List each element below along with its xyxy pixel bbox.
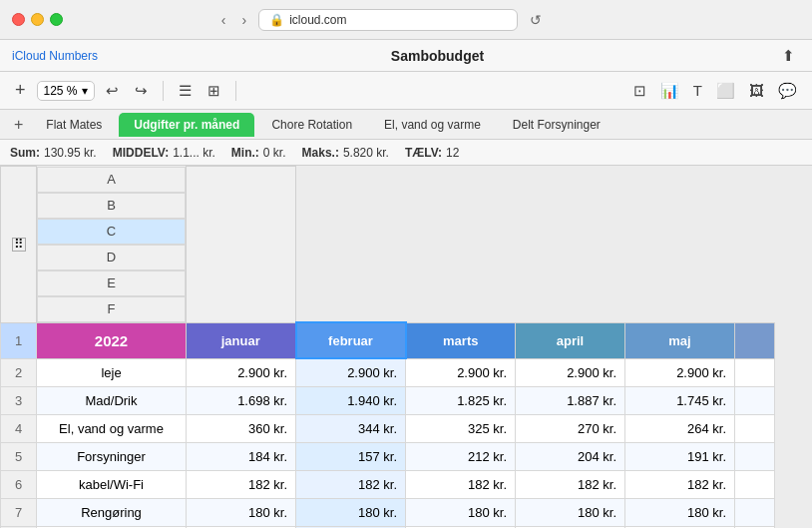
- undo-button[interactable]: ↩: [101, 78, 124, 104]
- cell-e2[interactable]: 2.900 kr.: [516, 358, 625, 386]
- cell-a2[interactable]: leje: [37, 358, 187, 386]
- cell-b5[interactable]: 184 kr.: [187, 442, 296, 470]
- min-value: 0 kr.: [263, 146, 286, 160]
- list-icon[interactable]: ☰: [174, 78, 197, 104]
- corner-cell: ⠿: [1, 167, 37, 323]
- cell-e7[interactable]: 180 kr.: [516, 498, 625, 526]
- cell-d4[interactable]: 325 kr.: [406, 414, 516, 442]
- row-num-6[interactable]: 6: [1, 470, 37, 498]
- formula-bar: Sum: 130.95 kr. MIDDELV: 1.1... kr. Min.…: [0, 140, 812, 166]
- add-button[interactable]: +: [10, 76, 31, 105]
- cell-d2[interactable]: 2.900 kr.: [406, 358, 516, 386]
- cell-f1[interactable]: maj: [625, 322, 735, 358]
- cell-b7[interactable]: 180 kr.: [187, 498, 296, 526]
- col-header-c[interactable]: C: [37, 219, 186, 245]
- cell-g3: [735, 386, 775, 414]
- close-button[interactable]: [12, 13, 25, 26]
- table-tool-icon[interactable]: ⊡: [628, 78, 651, 104]
- avg-value: 1.1... kr.: [173, 146, 215, 160]
- cell-e3[interactable]: 1.887 kr.: [516, 386, 625, 414]
- tab-el-vand[interactable]: El, vand og varme: [369, 113, 496, 137]
- cell-a7[interactable]: Rengøring: [37, 498, 187, 526]
- row-num-4[interactable]: 4: [1, 414, 37, 442]
- row-num-1[interactable]: 1: [1, 322, 37, 358]
- forward-button[interactable]: ›: [238, 10, 251, 30]
- col-header-d[interactable]: D: [37, 245, 186, 270]
- cell-b2[interactable]: 2.900 kr.: [187, 358, 296, 386]
- reload-button[interactable]: ↺: [526, 10, 546, 30]
- cell-g7: [735, 498, 775, 526]
- table-row: 2 leje 2.900 kr. 2.900 kr. 2.900 kr. 2.9…: [1, 358, 775, 386]
- cell-d3[interactable]: 1.825 kr.: [406, 386, 516, 414]
- cell-c5[interactable]: 157 kr.: [296, 442, 406, 470]
- cell-f2[interactable]: 2.900 kr.: [625, 358, 735, 386]
- col-header-b[interactable]: B: [37, 193, 186, 219]
- select-all-icon[interactable]: ⠿: [12, 238, 26, 252]
- cell-e6[interactable]: 182 kr.: [516, 470, 625, 498]
- url-bar[interactable]: 🔒 icloud.com: [258, 9, 518, 31]
- row-num-3[interactable]: 3: [1, 386, 37, 414]
- col-header-extra: [187, 167, 296, 323]
- cell-d7[interactable]: 180 kr.: [406, 498, 516, 526]
- cell-d1[interactable]: marts: [406, 322, 516, 358]
- zoom-select[interactable]: 125 % ▾: [37, 81, 95, 101]
- col-header-e[interactable]: E: [37, 270, 186, 296]
- tab-chore-rotation[interactable]: Chore Rotation: [256, 113, 367, 137]
- url-text: icloud.com: [289, 13, 346, 27]
- cell-c6[interactable]: 182 kr.: [296, 470, 406, 498]
- tab-flat-mates[interactable]: Flat Mates: [31, 113, 117, 137]
- cell-b6[interactable]: 182 kr.: [187, 470, 296, 498]
- cell-c4[interactable]: 344 kr.: [296, 414, 406, 442]
- cell-g5: [735, 442, 775, 470]
- redo-button[interactable]: ↪: [130, 78, 153, 104]
- tab-delt-forsyninger[interactable]: Delt Forsyninger: [498, 113, 615, 137]
- cell-g4: [735, 414, 775, 442]
- row-num-7[interactable]: 7: [1, 498, 37, 526]
- max-value: 5.820 kr.: [343, 146, 389, 160]
- cell-e4[interactable]: 270 kr.: [516, 414, 625, 442]
- cell-c7[interactable]: 180 kr.: [296, 498, 406, 526]
- cell-a4[interactable]: El, vand og varme: [37, 414, 187, 442]
- tab-udgifter[interactable]: Udgifter pr. måned: [119, 113, 254, 137]
- cell-c3[interactable]: 1.940 kr.: [296, 386, 406, 414]
- cell-a1[interactable]: 2022: [37, 322, 187, 358]
- cell-a6[interactable]: kabel/Wi-Fi: [37, 470, 187, 498]
- cell-b4[interactable]: 360 kr.: [187, 414, 296, 442]
- cell-d5[interactable]: 212 kr.: [406, 442, 516, 470]
- zoom-level: 125 %: [44, 84, 78, 98]
- cell-d6[interactable]: 182 kr.: [406, 470, 516, 498]
- cell-f7[interactable]: 180 kr.: [625, 498, 735, 526]
- cell-f4[interactable]: 264 kr.: [625, 414, 735, 442]
- cell-e5[interactable]: 204 kr.: [516, 442, 625, 470]
- cell-f6[interactable]: 182 kr.: [625, 470, 735, 498]
- shape-icon[interactable]: ⬜: [711, 78, 740, 104]
- cell-a3[interactable]: Mad/Drik: [37, 386, 187, 414]
- count-label: TÆLV:: [405, 146, 442, 160]
- comment-icon[interactable]: 💬: [773, 78, 802, 104]
- doc-title: Sambobudget: [391, 48, 484, 64]
- col-header-a[interactable]: A: [37, 167, 186, 193]
- fullscreen-button[interactable]: [50, 13, 63, 26]
- cell-c1[interactable]: februar: [296, 322, 406, 358]
- row-num-2[interactable]: 2: [1, 358, 37, 386]
- cell-g1: [735, 322, 775, 358]
- minimize-button[interactable]: [31, 13, 44, 26]
- add-sheet-button[interactable]: +: [8, 114, 29, 136]
- table-icon[interactable]: ⊞: [203, 78, 225, 104]
- share-button[interactable]: ⬆: [777, 43, 800, 69]
- chart-icon[interactable]: 📊: [655, 78, 684, 104]
- text-box-icon[interactable]: T: [688, 78, 707, 103]
- row-num-5[interactable]: 5: [1, 442, 37, 470]
- back-button[interactable]: ‹: [217, 10, 230, 30]
- cell-f3[interactable]: 1.745 kr.: [625, 386, 735, 414]
- col-header-f[interactable]: F: [37, 296, 186, 322]
- cell-f5[interactable]: 191 kr.: [625, 442, 735, 470]
- cell-b1[interactable]: januar: [187, 322, 296, 358]
- cell-c2[interactable]: 2.900 kr.: [296, 358, 406, 386]
- cell-b3[interactable]: 1.698 kr.: [187, 386, 296, 414]
- image-icon[interactable]: 🖼: [744, 78, 769, 103]
- cell-e1[interactable]: april: [516, 322, 625, 358]
- lock-icon: 🔒: [269, 13, 284, 27]
- app-name: iCloud Numbers: [12, 49, 98, 63]
- cell-a5[interactable]: Forsyninger: [37, 442, 187, 470]
